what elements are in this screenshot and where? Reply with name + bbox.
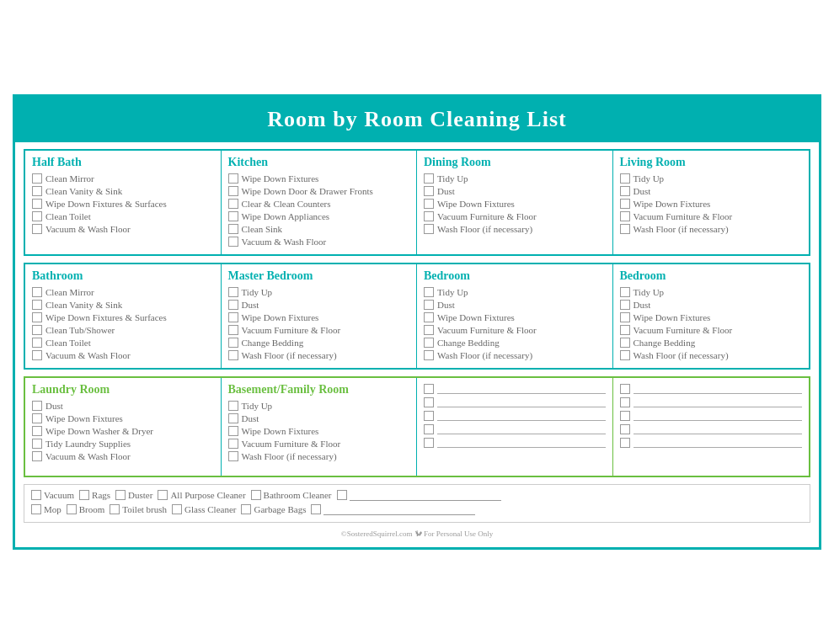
checkbox[interactable] — [620, 186, 630, 196]
checkbox[interactable] — [424, 173, 434, 184]
checkbox[interactable] — [32, 287, 42, 297]
checkbox[interactable] — [620, 411, 630, 421]
checkbox[interactable] — [32, 338, 42, 348]
supply-blank-checkbox[interactable] — [311, 504, 321, 514]
supply-checkbox[interactable] — [158, 490, 168, 500]
check-label: Vacuum Furniture & Floor — [634, 211, 733, 221]
supply-checkbox[interactable] — [79, 490, 89, 500]
checkbox[interactable] — [228, 451, 238, 461]
checkbox[interactable] — [32, 451, 42, 461]
checkbox[interactable] — [228, 401, 238, 411]
checkbox[interactable] — [228, 426, 238, 436]
checkbox[interactable] — [620, 397, 630, 407]
checkbox[interactable] — [424, 397, 434, 407]
checkbox[interactable] — [32, 224, 42, 234]
checkbox[interactable] — [228, 413, 238, 423]
footer-text: ©SosteredSquirrel.com 🐿 For Personal Use… — [24, 527, 810, 540]
checkbox[interactable] — [32, 426, 42, 436]
checkbox[interactable] — [228, 224, 238, 234]
checkbox[interactable] — [620, 325, 630, 335]
checkbox[interactable] — [228, 300, 238, 310]
room-section: Basement/Family RoomTidy UpDustWipe Down… — [222, 378, 418, 476]
checkbox[interactable] — [32, 199, 42, 209]
supply-checkbox[interactable] — [31, 504, 41, 514]
supply-blank-checkbox[interactable] — [337, 490, 347, 500]
checkbox[interactable] — [228, 173, 238, 184]
check-label: Wash Floor (if necessary) — [437, 224, 532, 234]
checkbox[interactable] — [228, 439, 238, 449]
checkbox[interactable] — [424, 312, 434, 322]
supply-checkbox[interactable] — [110, 504, 120, 514]
check-label: Wipe Down Washer & Dryer — [45, 426, 153, 436]
supply-blank — [311, 503, 475, 515]
check-item: Wipe Down Washer & Dryer — [32, 426, 214, 436]
checkbox[interactable] — [620, 300, 630, 310]
supply-checkbox[interactable] — [115, 490, 126, 500]
checkbox[interactable] — [620, 312, 630, 322]
blank-line — [634, 410, 803, 421]
checkbox[interactable] — [424, 350, 434, 360]
check-label: Dust — [634, 300, 651, 310]
checkbox[interactable] — [424, 224, 434, 234]
checkbox[interactable] — [32, 350, 42, 360]
checkbox[interactable] — [620, 211, 630, 221]
checkbox[interactable] — [424, 300, 434, 310]
supply-checkbox[interactable] — [251, 490, 261, 500]
room-section: Laundry RoomDustWipe Down FixturesWipe D… — [25, 378, 222, 476]
checkbox[interactable] — [620, 287, 630, 297]
checkbox[interactable] — [424, 411, 434, 421]
checkbox[interactable] — [228, 312, 238, 322]
checkbox[interactable] — [424, 287, 434, 297]
checkbox[interactable] — [228, 338, 238, 348]
checkbox[interactable] — [32, 325, 42, 335]
checkbox[interactable] — [424, 424, 434, 434]
checkbox[interactable] — [32, 439, 42, 449]
checkbox[interactable] — [228, 211, 238, 221]
checkbox[interactable] — [32, 401, 42, 411]
checkbox[interactable] — [620, 338, 630, 348]
checkbox[interactable] — [228, 186, 238, 196]
checkbox[interactable] — [620, 384, 630, 394]
check-item: Dust — [228, 300, 410, 310]
check-label: Wash Floor (if necessary) — [437, 350, 532, 360]
checkbox[interactable] — [32, 300, 42, 310]
checkbox[interactable] — [32, 211, 42, 221]
checkbox[interactable] — [32, 173, 42, 184]
checkbox[interactable] — [424, 384, 434, 394]
check-item: Wipe Down Fixtures — [32, 413, 214, 423]
check-label: Wipe Down Fixtures — [242, 426, 319, 436]
checkbox[interactable] — [228, 350, 238, 360]
checkbox[interactable] — [620, 173, 630, 184]
blank-line — [634, 397, 803, 407]
supply-checkbox[interactable] — [67, 504, 77, 514]
check-label: Tidy Up — [242, 401, 273, 411]
checkbox[interactable] — [228, 325, 238, 335]
checkbox[interactable] — [620, 350, 630, 360]
checkbox[interactable] — [424, 438, 434, 448]
check-item: Wipe Down Fixtures & Surfaces — [32, 199, 214, 209]
checkbox[interactable] — [228, 237, 238, 247]
checkbox[interactable] — [228, 287, 238, 297]
supply-label: Rags — [92, 490, 110, 500]
check-item: Clean Tub/Shower — [32, 325, 214, 335]
checkbox[interactable] — [424, 199, 434, 209]
supply-label: Mop — [44, 504, 61, 514]
check-label: Wipe Down Fixtures — [242, 312, 319, 322]
checkbox[interactable] — [620, 424, 630, 434]
checkbox[interactable] — [424, 325, 434, 335]
checkbox[interactable] — [32, 186, 42, 196]
checkbox[interactable] — [424, 186, 434, 196]
supply-checkbox[interactable] — [31, 490, 41, 500]
check-label: Wipe Down Fixtures — [45, 413, 123, 423]
checkbox[interactable] — [424, 338, 434, 348]
checkbox[interactable] — [424, 211, 434, 221]
checkbox[interactable] — [32, 312, 42, 322]
checkbox[interactable] — [620, 199, 630, 209]
supply-checkbox[interactable] — [241, 504, 251, 514]
check-label: Dust — [634, 186, 651, 196]
checkbox[interactable] — [228, 199, 238, 209]
checkbox[interactable] — [620, 438, 630, 448]
supply-checkbox[interactable] — [172, 504, 182, 514]
checkbox[interactable] — [620, 224, 630, 234]
checkbox[interactable] — [32, 413, 42, 423]
